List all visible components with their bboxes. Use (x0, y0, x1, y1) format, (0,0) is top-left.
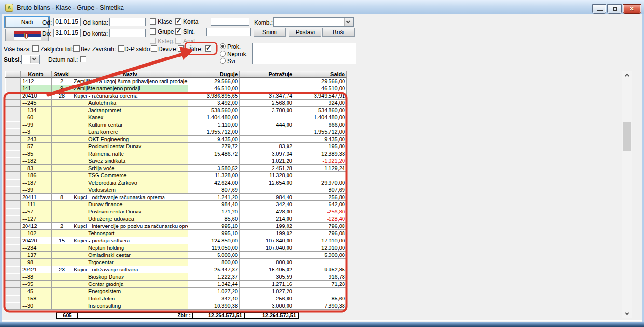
cell-saldo[interactable]: 5.000,00 (294, 252, 347, 259)
cell-konto[interactable]: ---158 (21, 295, 52, 302)
cell-saldo[interactable]: 29.970,00 (294, 179, 347, 186)
cell-stavki[interactable]: 2 (52, 78, 72, 85)
cell-stavki[interactable]: 23 (52, 266, 72, 273)
cell-duguje[interactable]: 995,10 (188, 223, 240, 230)
cell-stavki[interactable] (52, 143, 72, 150)
cell-duguje[interactable]: 538.560,00 (188, 107, 240, 114)
klase-checkbox[interactable] (150, 18, 156, 25)
table-row[interactable]: ---39Vodosistem807,69807,69 (5, 186, 347, 194)
cell-naziv[interactable]: Zemljište namenjeno prodaji (72, 85, 188, 92)
cell-naziv[interactable]: Udruženje udovaca (72, 215, 188, 223)
table-row[interactable]: 204122Kupci - intervencije po pozivu za … (5, 223, 347, 230)
header-potrazuje[interactable]: Potražuje (240, 71, 294, 78)
cell-saldo[interactable]: 924,00 (294, 100, 347, 107)
row-selector[interactable] (5, 244, 21, 252)
cell-potrazuje[interactable]: 107.040,00 (240, 244, 294, 252)
cell-potrazuje[interactable] (240, 114, 294, 121)
cell-saldo[interactable]: 796,08 (294, 230, 347, 237)
date-from-input[interactable]: 01.01.15 (53, 18, 81, 26)
cell-konto[interactable]: ---137 (21, 252, 52, 259)
od-konta-input[interactable] (109, 18, 146, 26)
snimi-button[interactable]: Snimi (254, 28, 286, 37)
cell-potrazuje[interactable] (240, 136, 294, 143)
cell-saldo[interactable]: 85,60 (294, 295, 347, 302)
row-selector[interactable] (5, 194, 21, 201)
table-row[interactable]: ---187Veleprodaja Žarkovo42.624,0012.654… (5, 179, 347, 186)
cell-potrazuje[interactable]: 15.495,02 (240, 266, 294, 273)
datum-nal-checkbox[interactable] (80, 56, 86, 62)
cell-stavki[interactable] (52, 114, 72, 121)
table-row[interactable]: ---95Centar gradnja1.342,441.271,1671,28 (5, 281, 347, 288)
cell-potrazuje[interactable]: 1.021,20 (240, 157, 294, 165)
cell-stavki[interactable] (52, 136, 72, 143)
cell-stavki[interactable] (52, 128, 72, 136)
cell-potrazuje[interactable]: 428,00 (240, 208, 294, 215)
cell-saldo[interactable]: 46.510,00 (294, 85, 347, 92)
cell-naziv[interactable]: Iris consulting (72, 302, 188, 310)
table-row[interactable]: ---85Rafinerija nafte15.486,723.097,3412… (5, 150, 347, 157)
cell-saldo[interactable]: -1.021,20 (294, 157, 347, 165)
cell-duguje[interactable]: 11.328,00 (188, 172, 240, 179)
cell-konto[interactable]: ---134 (21, 107, 52, 114)
cell-stavki[interactable] (52, 252, 72, 259)
cell-konto[interactable]: ---127 (21, 215, 52, 223)
cell-naziv[interactable]: Kupci - računarska oprema (72, 92, 188, 100)
cell-konto[interactable]: ---45 (21, 288, 52, 295)
table-row[interactable]: ---127Udruženje udovaca85,60214,00-128,4… (5, 215, 347, 223)
table-row[interactable]: ---88Bioskop Dunav1.222,37305,59916,78 (5, 273, 347, 281)
scroll-up-button[interactable] (622, 71, 632, 79)
cell-saldo[interactable]: -256,80 (294, 208, 347, 215)
cell-konto[interactable]: ---102 (21, 230, 52, 237)
cell-potrazuje[interactable]: 800,00 (240, 259, 294, 266)
cell-duguje[interactable]: 1.404.480,00 (188, 114, 240, 121)
cell-konto[interactable]: ---187 (21, 179, 52, 186)
row-selector[interactable] (5, 165, 21, 172)
cell-konto[interactable]: ---57 (21, 208, 52, 215)
cell-saldo[interactable] (294, 288, 347, 295)
cell-stavki[interactable] (52, 179, 72, 186)
row-selector[interactable] (5, 121, 21, 128)
cell-stavki[interactable] (52, 215, 72, 223)
cell-konto[interactable]: ---95 (21, 281, 52, 288)
row-selector[interactable] (5, 223, 21, 230)
cell-potrazuje[interactable] (240, 128, 294, 136)
cell-naziv[interactable]: Kupci - održavanje računarska oprema (72, 194, 188, 201)
cell-saldo[interactable]: 1.404.480,00 (294, 114, 347, 121)
cell-saldo[interactable]: 17.010,00 (294, 237, 347, 244)
cell-potrazuje[interactable]: 256,80 (240, 295, 294, 302)
cell-konto[interactable]: ---245 (21, 100, 52, 107)
minimize-button[interactable] (592, 4, 606, 14)
cell-potrazuje[interactable] (240, 85, 294, 92)
cell-naziv[interactable]: Bioskop Dunav (72, 273, 188, 281)
cell-stavki[interactable] (52, 150, 72, 157)
cell-naziv[interactable]: Tehnosport (72, 230, 188, 237)
cell-potrazuje[interactable]: 107.840,00 (240, 237, 294, 244)
table-row[interactable]: ---57Poslovni centar Dunav279,7283,92195… (5, 143, 347, 150)
grupe-checkbox[interactable] (150, 28, 156, 35)
cell-duguje[interactable]: 119.050,00 (188, 244, 240, 252)
vise-baza-checkbox[interactable] (32, 45, 39, 52)
table-row[interactable]: ---158Hotel Jelen342,40256,8085,60 (5, 295, 347, 302)
cell-stavki[interactable]: 9 (52, 85, 72, 92)
row-selector[interactable] (5, 92, 21, 100)
cell-duguje[interactable]: 984,40 (188, 201, 240, 208)
cell-naziv[interactable]: Savez sindikata (72, 157, 188, 165)
konta-checkbox[interactable] (175, 18, 181, 25)
cell-duguje[interactable] (188, 157, 240, 165)
cell-stavki[interactable] (52, 244, 72, 252)
cell-naziv[interactable]: Trgocentar (72, 259, 188, 266)
cell-naziv[interactable]: Jadranpromet (72, 107, 188, 114)
header-saldo[interactable]: Saldo (294, 71, 347, 78)
cell-saldo[interactable]: -128,40 (294, 215, 347, 223)
cell-duguje[interactable]: 29.566,00 (188, 78, 240, 85)
cell-naziv[interactable]: Zemljište za uzgoj šuma pribavljeno radi… (72, 78, 188, 85)
neprok-radio[interactable] (220, 51, 226, 57)
cell-saldo[interactable]: 796,08 (294, 223, 347, 230)
subsi-dropdown-arrow[interactable] (30, 56, 39, 63)
table-row[interactable]: ---234Neptun holding119.050,00107.040,00… (5, 244, 347, 252)
cell-stavki[interactable] (52, 186, 72, 194)
title-bar[interactable]: s Bruto bilans - Klase - Grupe - Sinteti… (0, 0, 644, 14)
cell-duguje[interactable]: 85,60 (188, 215, 240, 223)
cell-saldo[interactable]: 9.435,00 (294, 136, 347, 143)
cell-saldo[interactable]: 642,00 (294, 201, 347, 208)
